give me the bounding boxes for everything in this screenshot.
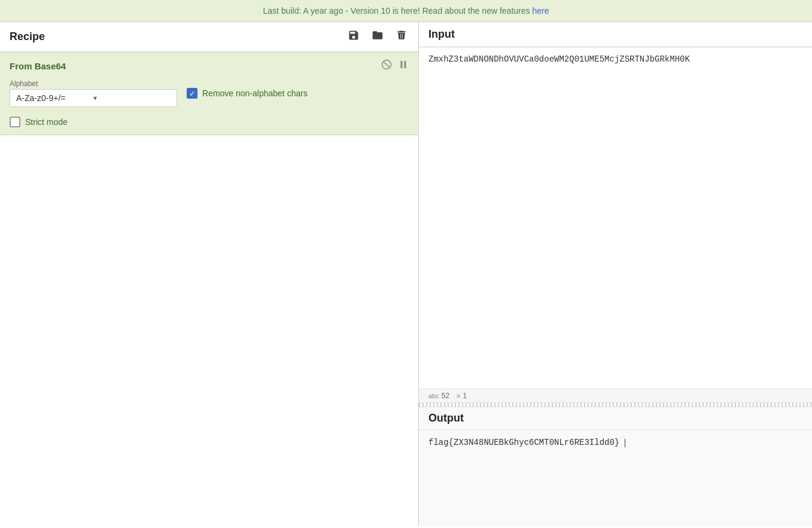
save-icon	[348, 29, 360, 41]
svg-rect-2	[401, 61, 403, 68]
output-title: Output	[428, 412, 464, 424]
svg-rect-3	[405, 61, 406, 68]
input-value: ZmxhZ3taWDNONDhOVUVCa0doeWM2Q01UME5McjZS…	[428, 54, 690, 64]
recipe-panel: Recipe	[0, 22, 419, 526]
line-count-stat: ≡ 1	[457, 392, 467, 400]
remove-non-alphabet-checkbox[interactable]: ✓	[187, 88, 197, 99]
input-title: Input	[428, 28, 455, 40]
recipe-empty-area	[0, 135, 418, 526]
alphabet-field: Alphabet A-Za-z0-9+/= ▾	[10, 80, 177, 107]
abc-icon: abc	[428, 392, 439, 399]
folder-icon	[372, 29, 384, 41]
checkmark-icon: ✓	[189, 90, 196, 97]
pause-operation-button[interactable]	[398, 59, 409, 72]
input-header: Input	[419, 22, 812, 47]
recipe-actions	[346, 28, 409, 45]
line-count: 1	[463, 392, 467, 400]
output-header: Output	[419, 407, 812, 430]
disable-icon	[381, 59, 392, 70]
alphabet-row: Alphabet A-Za-z0-9+/= ▾ ✓ Remove non-alp…	[10, 80, 409, 107]
input-stats-bar: abc 52 ≡ 1	[419, 389, 812, 403]
strict-mode-row: Strict mode	[10, 117, 409, 127]
operation-header: From Base64	[10, 59, 409, 72]
svg-line-1	[384, 62, 390, 68]
save-button[interactable]	[346, 28, 361, 45]
banner-text: Last build: A year ago - Version 10 is h…	[263, 6, 533, 16]
pause-icon	[398, 59, 409, 70]
lines-icon: ≡	[457, 392, 460, 399]
recipe-title: Recipe	[10, 30, 45, 43]
operation-name: From Base64	[10, 61, 66, 71]
output-area[interactable]: flag{ZX3N48NUEBkGhyc6CMT0NLr6RE3Ildd0}	[419, 430, 812, 526]
load-button[interactable]	[370, 28, 385, 45]
remove-non-alphabet-label[interactable]: Remove non-alphabet chars	[202, 88, 308, 98]
alphabet-label: Alphabet	[10, 80, 177, 88]
output-section: Output flag{ZX3N48NUEBkGhyc6CMT0NLr6RE3I…	[419, 407, 812, 526]
output-value: flag{ZX3N48NUEBkGhyc6CMT0NLr6RE3Ildd0}	[428, 438, 619, 447]
chevron-down-icon: ▾	[93, 94, 171, 102]
trash-icon	[396, 29, 407, 41]
alphabet-select[interactable]: A-Za-z0-9+/= ▾	[10, 89, 177, 107]
io-panel: Input ZmxhZ3taWDNONDhOVUVCa0doeWM2Q01UME…	[419, 22, 812, 526]
operation-controls	[381, 59, 409, 72]
recipe-header: Recipe	[0, 22, 418, 52]
alphabet-value: A-Za-z0-9+/=	[16, 93, 93, 103]
strict-mode-checkbox[interactable]	[10, 117, 20, 127]
output-cursor	[625, 439, 625, 447]
disable-operation-button[interactable]	[381, 59, 392, 72]
banner-link[interactable]: here	[532, 6, 549, 16]
remove-non-alphabet-row: ✓ Remove non-alphabet chars	[187, 88, 308, 99]
delete-button[interactable]	[394, 28, 409, 45]
strict-mode-label[interactable]: Strict mode	[25, 117, 68, 127]
char-count-stat: abc 52	[428, 392, 449, 400]
input-area[interactable]: ZmxhZ3taWDNONDhOVUVCa0doeWM2Q01UME5McjZS…	[419, 47, 812, 389]
char-count: 52	[442, 392, 449, 400]
operation-card: From Base64	[0, 52, 418, 135]
main-layout: Recipe	[0, 22, 812, 526]
top-banner: Last build: A year ago - Version 10 is h…	[0, 0, 812, 22]
